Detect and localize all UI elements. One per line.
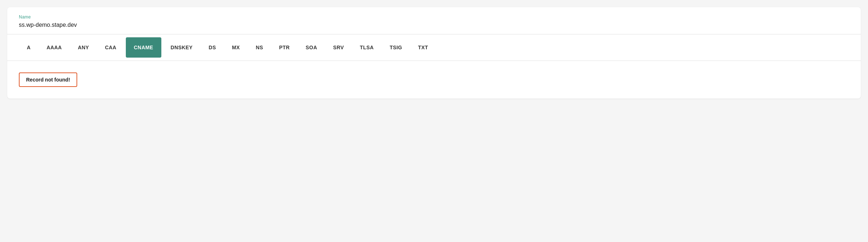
tab-AAAA[interactable]: AAAA	[39, 37, 70, 58]
tab-TXT[interactable]: TXT	[410, 37, 436, 58]
tab-TLSA[interactable]: TLSA	[352, 37, 382, 58]
tab-A[interactable]: A	[19, 37, 39, 58]
tab-SOA[interactable]: SOA	[298, 37, 325, 58]
name-section: Name ss.wp-demo.stape.dev	[7, 7, 861, 34]
tabs-section: A AAAA ANY CAA CNAME DNSKEY DS MX NS PTR…	[7, 34, 861, 61]
tab-MX[interactable]: MX	[224, 37, 248, 58]
tab-ANY[interactable]: ANY	[70, 37, 97, 58]
tab-TSIG[interactable]: TSIG	[382, 37, 410, 58]
tab-CAA[interactable]: CAA	[97, 37, 124, 58]
main-card: Name ss.wp-demo.stape.dev A AAAA ANY CAA…	[7, 7, 861, 99]
record-not-found-badge: Record not found!	[19, 72, 77, 87]
tab-DS[interactable]: DS	[201, 37, 224, 58]
name-value: ss.wp-demo.stape.dev	[19, 22, 849, 28]
tab-NS[interactable]: NS	[248, 37, 271, 58]
tab-CNAME[interactable]: CNAME	[126, 37, 161, 58]
content-section: Record not found!	[7, 61, 861, 99]
name-label: Name	[19, 14, 849, 20]
tab-SRV[interactable]: SRV	[325, 37, 352, 58]
tab-PTR[interactable]: PTR	[271, 37, 298, 58]
tab-DNSKEY[interactable]: DNSKEY	[163, 37, 201, 58]
